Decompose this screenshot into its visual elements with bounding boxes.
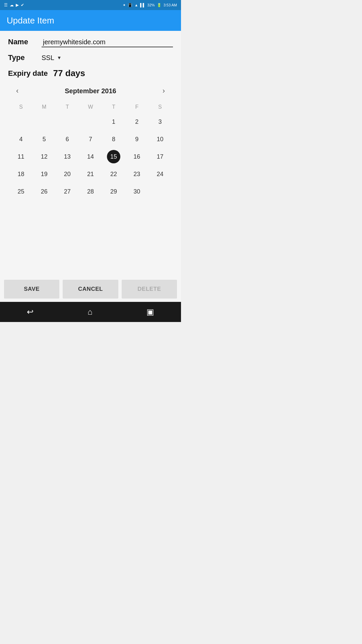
time-display: 3:53 AM (164, 3, 177, 7)
calendar-day-3[interactable]: 3 (148, 114, 172, 129)
calendar-day-24[interactable]: 24 (148, 166, 172, 182)
calendar-day-12[interactable]: 12 (33, 149, 56, 164)
calendar-day-5[interactable]: 5 (33, 131, 56, 147)
nav-bar: ↩ ⌂ ▣ (0, 302, 181, 322)
day-number-label: 16 (130, 150, 143, 163)
day-number-label: 4 (14, 132, 28, 146)
name-input[interactable] (42, 38, 173, 47)
calendar-day-19[interactable]: 19 (33, 166, 56, 182)
weekday-sat: S (148, 103, 172, 111)
weekday-tue: T (56, 103, 79, 111)
name-label: Name (8, 38, 42, 46)
weekday-wed: W (79, 103, 102, 111)
calendar-day-27[interactable]: 27 (56, 184, 79, 199)
day-number-label: 21 (84, 167, 97, 181)
calendar-day-10[interactable]: 10 (148, 131, 172, 147)
day-number-label: 8 (107, 132, 120, 146)
type-value: SSL (42, 54, 54, 62)
calendar-day-29[interactable]: 29 (102, 184, 125, 199)
check-icon: ✔ (21, 3, 24, 7)
weekday-fri: F (125, 103, 148, 111)
back-button[interactable]: ↩ (27, 307, 34, 317)
calendar-day-16[interactable]: 16 (125, 149, 148, 164)
day-number-label: 5 (38, 132, 51, 146)
calendar-day-2[interactable]: 2 (125, 114, 148, 129)
day-number-label: 15 (107, 150, 120, 163)
calendar-day-20[interactable]: 20 (56, 166, 79, 182)
type-dropdown[interactable]: SSL ▼ (42, 54, 62, 62)
day-number-label: 23 (130, 167, 143, 181)
bottom-buttons: SAVE CANCEL DELETE (0, 276, 181, 302)
day-number-label: 24 (153, 167, 167, 181)
weekday-mon: M (33, 103, 56, 111)
calendar-day-28[interactable]: 28 (79, 184, 102, 199)
day-number-label: 20 (61, 167, 74, 181)
status-bar-left-icons: ☰ ☁ ▶ ✔ (4, 3, 24, 7)
calendar-day-14[interactable]: 14 (79, 149, 102, 164)
calendar-day-1[interactable]: 1 (102, 114, 125, 129)
phone-icon: ☰ (4, 3, 8, 7)
calendar-day-empty (33, 114, 56, 129)
day-number-label: 7 (84, 132, 97, 146)
day-number-label: 19 (38, 167, 51, 181)
day-number-label: 18 (14, 167, 28, 181)
day-number-label: 10 (153, 132, 167, 146)
wifi-icon: ▲ (134, 3, 138, 7)
main-content: Name Type SSL ▼ Expiry date 77 days ‹ Se… (0, 31, 181, 302)
cancel-button[interactable]: CANCEL (63, 280, 118, 299)
battery-icon: 🔋 (157, 3, 162, 7)
cloud-icon: ☁ (10, 3, 14, 7)
day-number-label (84, 115, 97, 128)
recents-button[interactable]: ▣ (146, 307, 154, 317)
type-field-row: Type SSL ▼ (8, 53, 173, 62)
day-number-label: 12 (38, 150, 51, 163)
calendar-day-4[interactable]: 4 (9, 131, 33, 147)
expiry-value: 77 days (53, 68, 85, 78)
calendar-day-30[interactable]: 30 (125, 184, 148, 199)
calendar-day-18[interactable]: 18 (9, 166, 33, 182)
expiry-label: Expiry date (8, 69, 48, 78)
calendar-day-22[interactable]: 22 (102, 166, 125, 182)
calendar-days: 1234567891011121314151617181920212223242… (9, 114, 172, 199)
day-number-label (38, 115, 51, 128)
day-number-label (61, 115, 74, 128)
calendar-day-13[interactable]: 13 (56, 149, 79, 164)
home-button[interactable]: ⌂ (87, 307, 93, 317)
day-number-label: 9 (130, 132, 143, 146)
prev-month-button[interactable]: ‹ (13, 85, 22, 97)
day-number-label: 13 (61, 150, 74, 163)
day-number-label: 6 (61, 132, 74, 146)
chevron-down-icon: ▼ (57, 55, 62, 60)
day-number-label: 30 (130, 185, 143, 198)
calendar-day-empty (9, 114, 33, 129)
calendar-day-9[interactable]: 9 (125, 131, 148, 147)
calendar-day-15[interactable]: 15 (102, 149, 125, 164)
calendar-day-21[interactable]: 21 (79, 166, 102, 182)
calendar-day-empty (148, 184, 172, 199)
day-number-label: 17 (153, 150, 167, 163)
vibrate-icon: 📳 (128, 3, 132, 7)
calendar-weekdays: S M T W T F S (9, 103, 172, 111)
save-button[interactable]: SAVE (4, 280, 59, 299)
day-number-label: 22 (107, 167, 120, 181)
calendar-day-23[interactable]: 23 (125, 166, 148, 182)
delete-button[interactable]: DELETE (122, 280, 177, 299)
calendar-day-11[interactable]: 11 (9, 149, 33, 164)
day-number-label: 29 (107, 185, 120, 198)
calendar-header: ‹ September 2016 › (9, 85, 172, 97)
calendar: ‹ September 2016 › S M T W T F S 1234567… (8, 85, 173, 199)
calendar-day-26[interactable]: 26 (33, 184, 56, 199)
calendar-day-25[interactable]: 25 (9, 184, 33, 199)
bluetooth-icon: ✦ (123, 3, 126, 7)
calendar-day-6[interactable]: 6 (56, 131, 79, 147)
calendar-day-8[interactable]: 8 (102, 131, 125, 147)
calendar-day-7[interactable]: 7 (79, 131, 102, 147)
play-icon: ▶ (16, 3, 19, 7)
next-month-button[interactable]: › (159, 85, 168, 97)
day-number-label: 1 (107, 115, 120, 128)
status-bar: ☰ ☁ ▶ ✔ ✦ 📳 ▲ ▌▌ 32% 🔋 3:53 AM (0, 0, 181, 10)
day-number-label: 11 (14, 150, 28, 163)
day-number-label (153, 185, 167, 198)
day-number-label: 3 (153, 115, 167, 128)
calendar-day-17[interactable]: 17 (148, 149, 172, 164)
